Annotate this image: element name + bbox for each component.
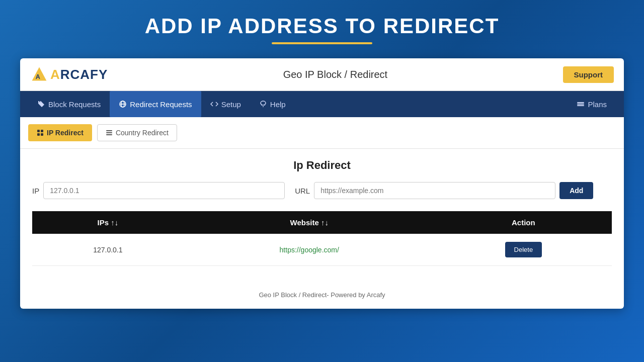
svg-rect-12 <box>106 130 112 131</box>
table-row: 127.0.0.1 https://google.com/ Delete <box>32 234 612 266</box>
footer-text: Geo IP Block / Redirect- Powered by Arca… <box>259 291 385 299</box>
page-title: ADD IP ADDRESS TO REDIRECT <box>0 14 644 38</box>
svg-rect-6 <box>577 104 584 105</box>
card-subtitle: Geo IP Block / Redirect <box>283 69 388 80</box>
plans-icon <box>577 100 585 108</box>
svg-text:A: A <box>36 73 40 80</box>
main-card: A ARCAFY Geo IP Block / Redirect Support… <box>20 58 624 309</box>
website-link[interactable]: https://google.com/ <box>280 246 339 254</box>
table-cell-website: https://google.com/ <box>184 234 435 266</box>
nav-block-requests-label: Block Requests <box>48 100 101 109</box>
table-cell-action: Delete <box>435 234 612 266</box>
url-form-group: URL Add <box>295 182 593 199</box>
svg-rect-8 <box>37 130 40 132</box>
url-label: URL <box>295 187 310 195</box>
navbar: Block Requests Redirect Requests Setup H… <box>20 91 624 117</box>
table-icon <box>37 129 44 136</box>
logo-text: ARCAFY <box>50 67 108 82</box>
code-icon <box>210 100 218 108</box>
logo-icon: A <box>30 65 48 83</box>
table-header-website: Website ↑↓ <box>184 211 435 234</box>
help-icon <box>259 100 267 108</box>
table-header-ips: IPs ↑↓ <box>32 211 184 234</box>
nav-redirect-requests[interactable]: Redirect Requests <box>110 91 201 117</box>
table-header-row: IPs ↑↓ Website ↑↓ Action <box>32 211 612 234</box>
globe-icon <box>119 100 127 108</box>
nav-setup-label: Setup <box>221 100 241 109</box>
nav-plans[interactable]: Plans <box>568 91 616 117</box>
svg-rect-9 <box>41 130 43 132</box>
section-title: Ip Redirect <box>32 159 612 172</box>
nav-help-label: Help <box>270 100 286 109</box>
title-underline <box>272 42 372 44</box>
add-button[interactable]: Add <box>559 182 593 199</box>
nav-redirect-requests-label: Redirect Requests <box>130 100 192 109</box>
nav-block-requests[interactable]: Block Requests <box>28 91 110 117</box>
nav-setup[interactable]: Setup <box>201 91 250 117</box>
page-header: ADD IP ADDRESS TO REDIRECT <box>0 0 644 53</box>
card-footer: Geo IP Block / Redirect- Powered by Arca… <box>20 281 624 309</box>
nav-help[interactable]: Help <box>250 91 295 117</box>
table-cell-ip: 127.0.0.1 <box>32 234 184 266</box>
tab-country-redirect-label: Country Redirect <box>116 129 169 137</box>
tag-icon <box>37 100 45 108</box>
tab-ip-redirect-label: IP Redirect <box>47 129 84 137</box>
tab-country-redirect[interactable]: Country Redirect <box>97 124 177 141</box>
card-topbar: A ARCAFY Geo IP Block / Redirect Support <box>20 58 624 91</box>
url-input[interactable] <box>314 182 555 199</box>
ip-label: IP <box>32 187 39 195</box>
svg-rect-13 <box>106 132 112 133</box>
content-area: Ip Redirect IP URL Add IPs ↑↓ Website ↑↓… <box>20 149 624 276</box>
tab-bar: IP Redirect Country Redirect <box>20 117 624 149</box>
logo: A ARCAFY <box>30 65 108 83</box>
support-button[interactable]: Support <box>563 66 614 83</box>
svg-rect-5 <box>577 102 584 103</box>
ip-table: IPs ↑↓ Website ↑↓ Action 127.0.0.1 https… <box>32 211 612 266</box>
svg-rect-10 <box>37 133 40 136</box>
ip-input[interactable] <box>43 182 285 199</box>
tab-ip-redirect[interactable]: IP Redirect <box>28 124 92 141</box>
table-header-action: Action <box>435 211 612 234</box>
ip-form-group: IP <box>32 182 285 199</box>
svg-rect-11 <box>41 133 43 136</box>
form-row: IP URL Add <box>32 182 612 199</box>
delete-button[interactable]: Delete <box>505 242 542 257</box>
svg-rect-14 <box>106 134 112 135</box>
svg-rect-7 <box>577 105 584 106</box>
list-icon <box>106 129 113 136</box>
nav-plans-label: Plans <box>588 100 607 109</box>
